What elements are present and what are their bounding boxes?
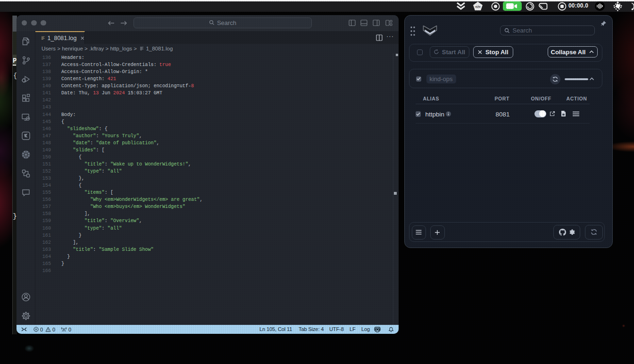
svg-text:</>: </> [475, 5, 481, 9]
